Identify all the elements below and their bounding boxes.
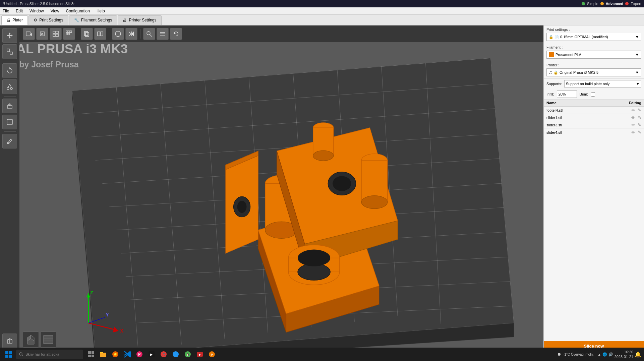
taskbar-firefox[interactable] [110, 349, 121, 360]
vp-add-object[interactable] [23, 28, 35, 40]
tab-print-settings[interactable]: ⚙ Print Settings [28, 15, 68, 25]
svg-rect-30 [70, 31, 72, 33]
svg-marker-48 [174, 33, 175, 34]
tool-move[interactable] [2, 28, 17, 43]
tool-cut[interactable] [2, 79, 17, 94]
app-title: *Untitled - PrusaSlicer-2.5.0 based on S… [3, 2, 75, 6]
infill-input[interactable] [557, 91, 577, 98]
vp-arrange[interactable] [50, 28, 62, 40]
print-settings-select[interactable]: 🔒 📄 0.15mm OPTIMAL (modified) ▼ [546, 33, 641, 41]
list-item[interactable]: footer4.stl 👁 ✎ [544, 107, 644, 114]
list-item[interactable]: slider1.stl 👁 ✎ [544, 114, 644, 121]
taskbar-app10[interactable]: ▶ [194, 349, 205, 360]
taskbar-app9[interactable]: 🐧 [182, 349, 193, 360]
vp-arrange-all[interactable] [63, 28, 75, 40]
edit-icon[interactable]: ✎ [638, 130, 641, 135]
taskbar-app6[interactable]: ▶ [146, 349, 157, 360]
filament-settings-tab-label: Filament Settings [81, 18, 112, 22]
tool-rotate[interactable] [2, 63, 17, 78]
vp-split-obj[interactable] [112, 28, 124, 40]
objects-list: Name Editing footer4.stl 👁 ✎ slider1.stl… [544, 100, 644, 341]
menu-edit[interactable]: Edit [14, 8, 24, 14]
mode-selector: Simple Advanced Expert [579, 0, 644, 7]
printer-section: Printer : 🖨 🔒 Original Prusa i3 MK2.5 ▼ [544, 61, 644, 79]
brim-checkbox[interactable] [591, 92, 595, 97]
list-item[interactable]: slider3.stl 👁 ✎ [544, 121, 644, 129]
vp-split[interactable] [94, 28, 106, 40]
vp-copy[interactable] [81, 28, 93, 40]
taskbar-vscode[interactable] [122, 349, 133, 360]
printer-select[interactable]: 🖨 🔒 Original Prusa i3 MK2.5 ▼ [546, 68, 641, 76]
tool-scale[interactable] [2, 44, 17, 59]
edit-icon[interactable]: ✎ [638, 115, 641, 120]
simple-mode-label[interactable]: Simple [587, 2, 598, 6]
view-cube-perspective[interactable] [23, 332, 39, 348]
vp-mirror[interactable] [125, 28, 137, 40]
visibility-eye-icon[interactable]: 👁 [631, 108, 635, 112]
expert-mode-label[interactable]: Expert [631, 2, 641, 6]
taskbar-explorer[interactable] [98, 349, 109, 360]
svg-text:▶: ▶ [199, 353, 201, 356]
start-button[interactable] [3, 349, 15, 360]
svg-line-124 [22, 355, 23, 356]
svg-line-8 [10, 84, 11, 87]
vp-separator-3 [140, 29, 140, 39]
tab-plater[interactable]: 🖨 Plater [1, 15, 28, 25]
svg-point-94 [313, 151, 334, 161]
vp-search[interactable] [143, 28, 155, 40]
tool-support[interactable] [2, 99, 17, 113]
menubar: File Edit Window View Configuration Help [0, 7, 644, 15]
svg-rect-18 [26, 32, 30, 36]
visibility-eye-icon[interactable]: 👁 [631, 116, 635, 120]
list-item[interactable]: slider4.stl 👁 ✎ [544, 129, 644, 136]
simple-mode-dot [582, 2, 585, 5]
taskbar-app5[interactable]: P [134, 349, 145, 360]
taskbar-clock[interactable]: 16:20 2023-01-21 [614, 350, 633, 359]
menu-window[interactable]: Window [28, 8, 45, 14]
vp-delete[interactable] [36, 28, 48, 40]
tab-printer-settings[interactable]: 🖨 Printer Settings [118, 15, 161, 25]
tool-paint[interactable] [2, 134, 17, 148]
edit-icon[interactable]: ✎ [638, 108, 641, 113]
taskbar-app8[interactable] [170, 349, 181, 360]
menu-view[interactable]: View [49, 8, 61, 14]
svg-rect-35 [98, 32, 100, 36]
brim-label: Brim: [580, 92, 588, 96]
svg-rect-36 [101, 32, 103, 36]
viewport[interactable]: ORIGINAL PRUSA i3 MK3 by Josef Prusa [19, 25, 543, 351]
filament-select[interactable]: Prusament PLA ▼ [546, 51, 641, 59]
svg-rect-130 [100, 352, 103, 353]
svg-text:🎵: 🎵 [162, 353, 166, 357]
taskbar-prusa-icon[interactable]: P [207, 349, 217, 360]
tray-weather: -1°C Övervag. moln. [557, 352, 594, 357]
vp-layers[interactable] [157, 28, 169, 40]
edit-icon[interactable]: ✎ [638, 122, 641, 127]
tab-filament-settings[interactable]: 🔧 Filament Settings [69, 15, 117, 25]
svg-rect-126 [92, 351, 94, 354]
taskbar-task-view[interactable] [86, 349, 97, 360]
print-settings-dropdown-icon: ▼ [635, 35, 639, 39]
svg-text:ORIGINAL PRUSA i3 MK3: ORIGINAL PRUSA i3 MK3 [19, 42, 128, 56]
vp-undo[interactable] [170, 28, 182, 40]
tray-chevron[interactable]: ▲ [598, 353, 601, 356]
menu-configuration[interactable]: Configuration [65, 8, 91, 14]
svg-line-44 [150, 35, 152, 37]
infill-label: Infill: [546, 92, 554, 96]
visibility-eye-icon[interactable]: 👁 [631, 123, 635, 127]
taskbar-app7[interactable]: 🎵 [158, 349, 169, 360]
taskbar: Skriv här för att söka P ▶ [0, 348, 644, 361]
menu-help[interactable]: Help [95, 8, 106, 14]
svg-text:X: X [120, 328, 123, 334]
menu-file[interactable]: File [1, 8, 10, 14]
tool-seam[interactable] [2, 115, 17, 129]
print-settings-value: 0.15mm OPTIMAL (modified) [560, 35, 634, 39]
view-cube-flat[interactable] [40, 332, 56, 348]
supports-select[interactable]: Support on build plate only ▼ [564, 80, 641, 87]
taskbar-search[interactable]: Skriv här för att söka [16, 350, 83, 359]
visibility-eye-icon[interactable]: 👁 [631, 130, 635, 134]
tray-notifications[interactable]: 🔔 [635, 351, 641, 358]
build-plate-view[interactable]: ORIGINAL PRUSA i3 MK3 by Josef Prusa [19, 25, 543, 351]
tool-3d-view[interactable] [2, 334, 17, 348]
advanced-mode-label[interactable]: Advanced [606, 2, 624, 6]
svg-rect-34 [84, 32, 88, 36]
